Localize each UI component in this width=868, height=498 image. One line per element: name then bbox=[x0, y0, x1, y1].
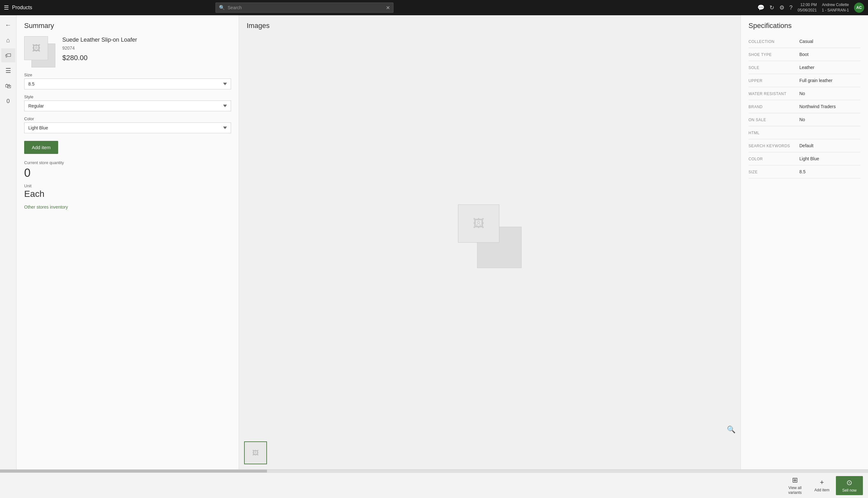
add-item-bottom-button[interactable]: + Add item bbox=[808, 476, 836, 495]
search-bar[interactable]: 🔍 ✕ bbox=[216, 2, 393, 13]
spec-row: HTML bbox=[748, 126, 860, 139]
search-clear-icon[interactable]: ✕ bbox=[386, 5, 390, 11]
sell-now-button[interactable]: ⊙ Sell now bbox=[836, 476, 863, 495]
thumbnail-icon: 🖼 bbox=[252, 449, 259, 457]
summary-panel: Summary 🖼 Suede Leather Slip-on Loafer 9… bbox=[16, 15, 239, 469]
spec-row: UPPER Full grain leather bbox=[748, 74, 860, 87]
user-name: Andrew Collette bbox=[822, 2, 849, 8]
summary-title: Summary bbox=[24, 22, 231, 30]
spec-key: SIZE bbox=[748, 169, 799, 174]
spec-value: Leather bbox=[799, 65, 860, 70]
size-section: Size 8.5 7 7.5 8 9 9.5 10 bbox=[24, 73, 231, 89]
product-name: Suede Leather Slip-on Loafer bbox=[62, 36, 231, 43]
add-item-bottom-label: Add item bbox=[814, 488, 829, 492]
cart-icon: 🛍 bbox=[5, 82, 11, 90]
plus-icon: + bbox=[820, 478, 824, 487]
spec-value: Default bbox=[799, 143, 860, 148]
specifications-panel: Specifications COLLECTION Casual SHOE TY… bbox=[741, 15, 868, 469]
sell-now-label: Sell now bbox=[842, 488, 857, 493]
bottom-bar: ⊞ View all variants + Add item ⊙ Sell no… bbox=[0, 473, 868, 498]
images-thumbnails: 🖼 bbox=[239, 439, 741, 469]
zoom-icon[interactable]: 🔍 bbox=[727, 425, 735, 434]
comment-icon[interactable]: 💬 bbox=[757, 4, 764, 11]
spec-value: No bbox=[799, 117, 860, 122]
spec-value: No bbox=[799, 91, 860, 96]
spec-key: BRAND bbox=[748, 104, 799, 109]
spec-key: SEARCH KEYWORDS bbox=[748, 143, 799, 148]
sell-now-icon: ⊙ bbox=[846, 479, 852, 487]
spec-value: Full grain leather bbox=[799, 78, 860, 83]
search-icon: 🔍 bbox=[219, 5, 225, 11]
product-info: Suede Leather Slip-on Loafer 92074 $280.… bbox=[59, 36, 231, 62]
badge-value: 0 bbox=[6, 98, 10, 105]
main-image-front: 🖼 bbox=[458, 205, 499, 243]
settings-icon[interactable]: ⚙ bbox=[779, 4, 784, 11]
spec-key: COLLECTION bbox=[748, 39, 799, 44]
images-panel: Images 🖼 🔍 🖼 bbox=[239, 15, 741, 469]
user-avatar[interactable]: AC bbox=[854, 2, 864, 13]
store-name: 1 - SANFRAN-1 bbox=[822, 8, 849, 13]
topbar-icons: 💬 ↻ ⚙ ? 12:00 PM 05/06/2021 Andrew Colle… bbox=[757, 2, 864, 13]
spec-value: Northwind Traders bbox=[799, 104, 860, 109]
other-stores-link[interactable]: Other stores inventory bbox=[24, 205, 68, 210]
view-all-variants-button[interactable]: ⊞ View all variants bbox=[782, 473, 808, 497]
refresh-icon[interactable]: ↻ bbox=[770, 4, 774, 11]
help-icon[interactable]: ? bbox=[789, 4, 793, 11]
spec-value: Light Blue bbox=[799, 156, 860, 161]
sidebar-item-home[interactable]: ⌂ bbox=[1, 33, 15, 47]
sidebar: ← ⌂ 🏷 ☰ 🛍 0 bbox=[0, 15, 16, 469]
spec-key: ON SALE bbox=[748, 117, 799, 122]
hamburger-icon[interactable]: ☰ bbox=[4, 4, 9, 11]
back-icon: ← bbox=[5, 21, 11, 29]
spec-row: COLOR Light Blue bbox=[748, 152, 860, 165]
scrollbar-track[interactable] bbox=[0, 469, 868, 473]
quantity-section: Current store quantity 0 bbox=[24, 160, 231, 180]
date: 05/06/2021 bbox=[798, 8, 817, 13]
style-section: Style Regular Wide Narrow bbox=[24, 94, 231, 111]
images-main: 🖼 🔍 bbox=[239, 34, 741, 439]
datetime: 12:00 PM bbox=[800, 2, 816, 8]
sidebar-item-cart[interactable]: 🛍 bbox=[1, 79, 15, 93]
spec-key: WATER RESISTANT bbox=[748, 91, 799, 96]
quantity-value: 0 bbox=[24, 166, 231, 180]
spec-row: BRAND Northwind Traders bbox=[748, 100, 860, 113]
sidebar-item-back[interactable]: ← bbox=[1, 18, 15, 32]
images-title: Images bbox=[239, 15, 741, 34]
spec-row: SOLE Leather bbox=[748, 61, 860, 74]
main-image-area: 🖼 bbox=[458, 205, 521, 268]
sidebar-item-list[interactable]: ☰ bbox=[1, 64, 15, 78]
spec-key: SHOE TYPE bbox=[748, 52, 799, 57]
view-all-variants-label: View all variants bbox=[788, 486, 802, 495]
home-icon: ⌂ bbox=[6, 37, 10, 44]
spec-row: SEARCH KEYWORDS Default bbox=[748, 139, 860, 152]
spec-row: SHOE TYPE Boot bbox=[748, 48, 860, 61]
grid-icon: ⊞ bbox=[792, 476, 798, 484]
spec-value: Casual bbox=[799, 39, 860, 44]
spec-key: SOLE bbox=[748, 65, 799, 70]
thumbnail-item[interactable]: 🖼 bbox=[244, 442, 267, 464]
size-select[interactable]: 8.5 7 7.5 8 9 9.5 10 bbox=[24, 79, 231, 89]
color-label: Color bbox=[24, 116, 231, 121]
spec-row: COLLECTION Casual bbox=[748, 35, 860, 48]
unit-value: Each bbox=[24, 189, 231, 199]
sidebar-item-products[interactable]: 🏷 bbox=[1, 48, 15, 62]
style-select[interactable]: Regular Wide Narrow bbox=[24, 101, 231, 111]
spec-key: COLOR bbox=[748, 156, 799, 161]
unit-label: Unit bbox=[24, 183, 231, 188]
search-input[interactable] bbox=[228, 5, 383, 10]
spec-value: Boot bbox=[799, 52, 860, 57]
products-icon: 🏷 bbox=[5, 52, 11, 59]
specs-title: Specifications bbox=[748, 22, 860, 30]
size-label: Size bbox=[24, 73, 231, 77]
app-title: Products bbox=[12, 5, 32, 11]
sidebar-item-badge[interactable]: 0 bbox=[1, 94, 15, 108]
color-select[interactable]: Light Blue Black Brown White bbox=[24, 122, 231, 133]
spec-key: HTML bbox=[748, 130, 799, 135]
spec-row: WATER RESISTANT No bbox=[748, 87, 860, 100]
main-image-icon: 🖼 bbox=[473, 217, 484, 230]
color-section: Color Light Blue Black Brown White bbox=[24, 116, 231, 133]
style-label: Style bbox=[24, 94, 231, 99]
add-item-button[interactable]: Add item bbox=[24, 141, 58, 154]
spec-value: 8.5 bbox=[799, 169, 860, 174]
spec-row: SIZE 8.5 bbox=[748, 165, 860, 179]
